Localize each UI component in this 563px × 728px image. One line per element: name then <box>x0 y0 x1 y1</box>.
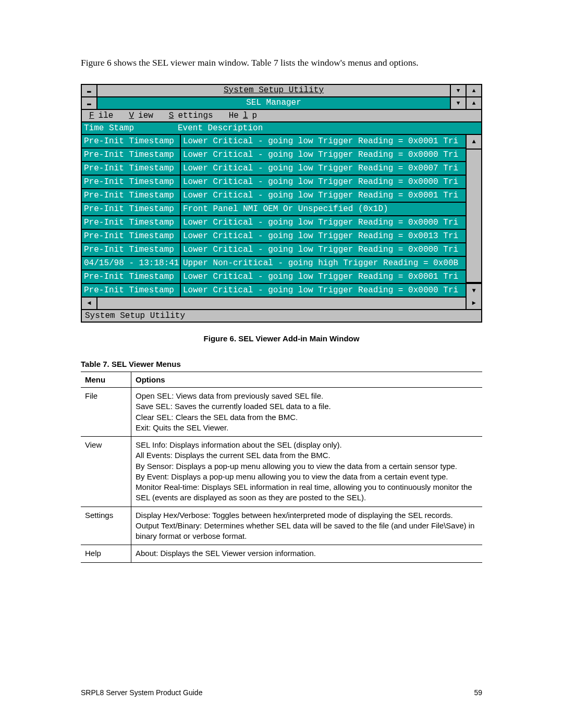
scroll-left-icon[interactable]: ◄ <box>82 298 97 309</box>
table-row: FileOpen SEL: Views data from previously… <box>81 388 482 437</box>
cell-event: Lower Critical - going low Trigger Readi… <box>181 189 466 202</box>
scroll-up-icon[interactable]: ▲ <box>467 135 481 150</box>
menus-table: Menu Options FileOpen SEL: Views data fr… <box>81 372 482 563</box>
header-timestamp: Time Stamp <box>84 124 178 133</box>
menu-file[interactable]: File <box>85 111 117 120</box>
table-row[interactable]: Pre-Init TimestampLower Critical - going… <box>82 284 466 298</box>
table-row[interactable]: Pre-Init TimestampLower Critical - going… <box>82 230 466 243</box>
cell-options: Display Hex/Verbose: Toggles between hex… <box>131 507 483 545</box>
horizontal-scrollbar[interactable]: ◄ ► <box>82 298 481 309</box>
cell-options: About: Displays the SEL Viewer version i… <box>131 545 483 562</box>
menu-bar: File View Settings Help <box>82 110 481 122</box>
cell-options: SEL Info: Displays information about the… <box>131 437 483 507</box>
cell-event: Upper Non-critical - going high Trigger … <box>181 257 466 269</box>
minimize-icon[interactable]: ▼ <box>450 97 466 109</box>
table-row: ViewSEL Info: Displays information about… <box>81 437 482 507</box>
sel-viewer-window: ▬ System Setup Utility ▼ ▲ ▬ SEL Manager… <box>81 84 482 323</box>
cell-menu: File <box>81 388 131 437</box>
scroll-track[interactable] <box>97 298 466 309</box>
cell-timestamp: Pre-Init Timestamp <box>82 189 181 202</box>
cell-event: Lower Critical - going low Trigger Readi… <box>181 176 466 188</box>
cell-timestamp: Pre-Init Timestamp <box>82 230 181 242</box>
intro-text: Figure 6 shows the SEL viewer main windo… <box>81 57 482 68</box>
cell-event: Lower Critical - going low Trigger Readi… <box>181 243 466 256</box>
scroll-down-icon[interactable]: ▼ <box>467 283 481 298</box>
scroll-right-icon[interactable]: ► <box>466 298 481 309</box>
scroll-track[interactable] <box>467 150 481 283</box>
table-row[interactable]: Pre-Init TimestampLower Critical - going… <box>82 135 466 149</box>
cell-timestamp: Pre-Init Timestamp <box>82 284 181 297</box>
table-row[interactable]: Pre-Init TimestampLower Critical - going… <box>82 189 466 203</box>
table-row: HelpAbout: Displays the SEL Viewer versi… <box>81 545 482 562</box>
cell-event: Lower Critical - going low Trigger Readi… <box>181 149 466 161</box>
cell-menu: View <box>81 437 131 507</box>
cell-timestamp: Pre-Init Timestamp <box>82 270 181 283</box>
th-menu: Menu <box>81 372 131 388</box>
table-row[interactable]: Pre-Init TimestampLower Critical - going… <box>82 243 466 257</box>
table-row[interactable]: Pre-Init TimestampFront Panel NMI OEM Or… <box>82 203 466 216</box>
table-row[interactable]: Pre-Init TimestampLower Critical - going… <box>82 216 466 230</box>
cell-timestamp: Pre-Init Timestamp <box>82 243 181 256</box>
cell-event: Lower Critical - going low Trigger Readi… <box>181 230 466 242</box>
sysmenu-icon[interactable]: ▬ <box>82 85 97 96</box>
table-caption: Table 7. SEL Viewer Menus <box>81 360 482 368</box>
maximize-icon[interactable]: ▲ <box>466 97 481 109</box>
table-row[interactable]: 04/15/98 - 13:18:41Upper Non-critical - … <box>82 257 466 270</box>
outer-titlebar: ▬ System Setup Utility ▼ ▲ <box>82 85 481 97</box>
th-options: Options <box>131 372 483 388</box>
header-event: Event Description <box>178 124 263 133</box>
cell-timestamp: 04/15/98 - 13:18:41 <box>82 257 181 269</box>
outer-window-title: System Setup Utility <box>97 85 450 96</box>
table-row[interactable]: Pre-Init TimestampLower Critical - going… <box>82 176 466 189</box>
cell-menu: Settings <box>81 507 131 545</box>
inner-titlebar: ▬ SEL Manager ▼ ▲ <box>82 97 481 110</box>
inner-window-title: SEL Manager <box>97 97 450 109</box>
footer-left: SRPL8 Server System Product Guide <box>81 688 202 697</box>
vertical-scrollbar[interactable]: ▲ ▼ <box>466 135 481 298</box>
cell-event: Lower Critical - going low Trigger Readi… <box>181 135 466 147</box>
cell-menu: Help <box>81 545 131 562</box>
status-bar: System Setup Utility <box>82 309 481 322</box>
minimize-icon[interactable]: ▼ <box>450 85 466 96</box>
menu-settings[interactable]: Settings <box>165 111 217 120</box>
cell-timestamp: Pre-Init Timestamp <box>82 203 181 215</box>
sysmenu-icon[interactable]: ▬ <box>82 97 97 109</box>
cell-event: Lower Critical - going low Trigger Readi… <box>181 284 466 297</box>
cell-event: Lower Critical - going low Trigger Readi… <box>181 216 466 229</box>
cell-timestamp: Pre-Init Timestamp <box>82 162 181 175</box>
cell-options: Open SEL: Views data from previously sav… <box>131 388 483 437</box>
cell-event: Lower Critical - going low Trigger Readi… <box>181 270 466 283</box>
cell-timestamp: Pre-Init Timestamp <box>82 176 181 188</box>
cell-event: Front Panel NMI OEM Or Unspecified (0x1D… <box>181 203 466 215</box>
table-row[interactable]: Pre-Init TimestampLower Critical - going… <box>82 149 466 162</box>
table-row: SettingsDisplay Hex/Verbose: Toggles bet… <box>81 507 482 545</box>
column-headers: Time Stamp Event Description <box>82 122 481 135</box>
cell-timestamp: Pre-Init Timestamp <box>82 216 181 229</box>
menu-help[interactable]: Help <box>225 111 261 120</box>
maximize-icon[interactable]: ▲ <box>466 85 481 96</box>
table-row[interactable]: Pre-Init TimestampLower Critical - going… <box>82 162 466 176</box>
cell-event: Lower Critical - going low Trigger Readi… <box>181 162 466 175</box>
footer-page-number: 59 <box>474 688 482 697</box>
cell-timestamp: Pre-Init Timestamp <box>82 149 181 161</box>
menu-view[interactable]: View <box>125 111 157 120</box>
cell-timestamp: Pre-Init Timestamp <box>82 135 181 147</box>
figure-caption: Figure 6. SEL Viewer Add-in Main Window <box>81 334 482 343</box>
table-row[interactable]: Pre-Init TimestampLower Critical - going… <box>82 270 466 284</box>
